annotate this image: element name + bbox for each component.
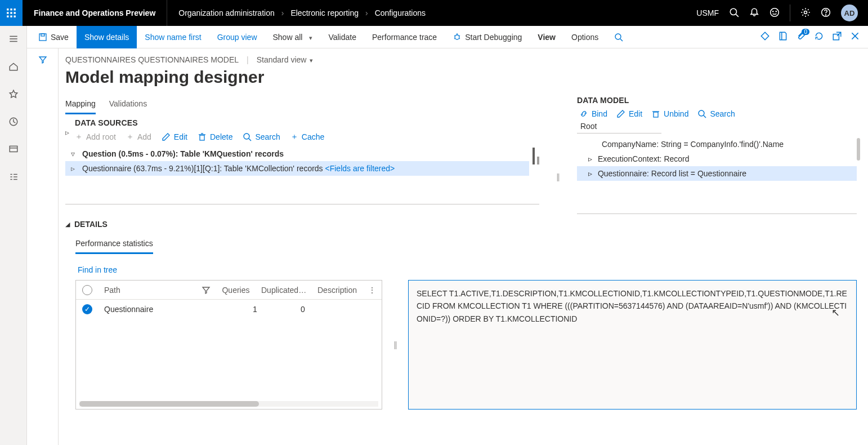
show-details-button[interactable]: Show details bbox=[77, 26, 137, 48]
tab-validations[interactable]: Validations bbox=[109, 95, 147, 114]
search-ds-button[interactable]: Search bbox=[243, 132, 280, 141]
add-button[interactable]: ＋Add bbox=[126, 132, 151, 142]
breadcrumb-configurations[interactable]: Configurations bbox=[375, 8, 426, 17]
star-icon[interactable] bbox=[8, 89, 19, 101]
smiley-icon[interactable] bbox=[769, 7, 780, 19]
col-description[interactable]: Description bbox=[312, 286, 363, 295]
filter-icon[interactable] bbox=[202, 286, 211, 295]
tree-row-question[interactable]: ▿ Question (0.5ms - 0.07%): Table 'KMQue… bbox=[65, 146, 529, 161]
tree-row-questionnaire[interactable]: ▹ Questionnaire (63.7ms - 9.21%)[1][Q:1]… bbox=[65, 161, 529, 176]
breadcrumb-org-admin[interactable]: Organization administration bbox=[178, 8, 274, 17]
avatar[interactable]: AD bbox=[841, 5, 858, 21]
edit-dm-button[interactable]: Edit bbox=[616, 109, 642, 118]
popout-icon[interactable] bbox=[832, 31, 842, 43]
action-bar: Save Show details Show name first Group … bbox=[27, 26, 868, 48]
data-source-types-expander[interactable]: ▹ bbox=[65, 128, 69, 137]
help-icon[interactable] bbox=[821, 7, 831, 19]
save-button[interactable]: Save bbox=[30, 26, 77, 48]
details-header[interactable]: ◢ DETAILS bbox=[65, 220, 857, 229]
grid-menu-icon[interactable]: ⋮ bbox=[363, 286, 382, 295]
diamond-icon[interactable] bbox=[760, 31, 770, 43]
svg-rect-8 bbox=[14, 16, 16, 17]
recent-icon[interactable] bbox=[8, 117, 19, 128]
bind-button[interactable]: Bind bbox=[579, 109, 607, 118]
svg-point-31 bbox=[455, 35, 459, 39]
dm-row-companyname[interactable]: CompanyName: String = CompanyInfo.'find(… bbox=[577, 137, 857, 152]
search-dm-button[interactable]: Search bbox=[697, 109, 735, 118]
find-in-tree-link[interactable]: Find in tree bbox=[78, 265, 117, 274]
attachments-button[interactable]: 0 bbox=[796, 31, 806, 43]
company-picker[interactable]: USMF bbox=[696, 8, 719, 17]
grid-row[interactable]: ✓ Questionnaire 1 0 bbox=[76, 300, 382, 319]
data-sources-heading: DATA SOURCES bbox=[75, 118, 539, 127]
expander-icon[interactable]: ▹ bbox=[69, 164, 77, 173]
tab-performance-statistics[interactable]: Performance statistics bbox=[75, 234, 153, 254]
horizontal-scrollbar[interactable] bbox=[79, 401, 378, 407]
splitter-handle[interactable]: ‖ bbox=[393, 280, 397, 410]
unbind-button[interactable]: Unbind bbox=[651, 109, 688, 118]
group-view-button[interactable]: Group view bbox=[209, 26, 265, 48]
edit-button[interactable]: Edit bbox=[162, 132, 187, 141]
modules-icon[interactable] bbox=[8, 172, 19, 184]
expander-icon[interactable]: ▹ bbox=[588, 169, 592, 178]
svg-point-16 bbox=[825, 14, 826, 15]
home-icon[interactable] bbox=[8, 61, 19, 73]
root-label[interactable]: Root bbox=[577, 119, 661, 134]
search-icon[interactable] bbox=[729, 7, 739, 19]
filter-pane-collapsed[interactable] bbox=[27, 48, 59, 445]
scrollbar[interactable] bbox=[857, 138, 860, 161]
dm-row-executioncontext[interactable]: ▹ ExecutionContext: Record bbox=[577, 152, 857, 166]
notifications-icon[interactable] bbox=[749, 7, 759, 19]
svg-rect-3 bbox=[7, 12, 8, 14]
cursor-icon: ↖ bbox=[831, 306, 840, 319]
svg-rect-4 bbox=[10, 12, 12, 14]
page-title: Model mapping designer bbox=[65, 68, 857, 87]
col-queries[interactable]: Queries bbox=[216, 286, 256, 295]
svg-line-10 bbox=[736, 14, 739, 17]
col-duplicated[interactable]: Duplicated… bbox=[256, 286, 312, 295]
expander-icon[interactable]: ▹ bbox=[588, 154, 592, 163]
hamburger-icon[interactable] bbox=[8, 34, 19, 46]
svg-rect-6 bbox=[7, 16, 8, 17]
breadcrumb-er[interactable]: Electronic reporting bbox=[290, 8, 359, 17]
delete-button[interactable]: Delete bbox=[198, 132, 232, 141]
workspace-icon[interactable] bbox=[8, 144, 19, 156]
chevron-down-icon bbox=[306, 55, 313, 64]
actionbar-tail: 0 bbox=[760, 31, 868, 43]
select-all-checkbox[interactable] bbox=[76, 285, 99, 295]
svg-rect-2 bbox=[14, 8, 16, 10]
refresh-icon[interactable] bbox=[814, 31, 824, 43]
performance-trace-button[interactable]: Performance trace bbox=[364, 26, 445, 48]
col-path[interactable]: Path bbox=[99, 286, 216, 295]
show-all-dropdown[interactable]: Show all bbox=[265, 26, 321, 48]
data-sources-tree: ▿ Question (0.5ms - 0.07%): Table 'KMQue… bbox=[65, 146, 539, 176]
show-name-first-button[interactable]: Show name first bbox=[137, 26, 209, 48]
expander-icon[interactable]: ▿ bbox=[69, 149, 77, 158]
splitter-handle[interactable]: ‖ bbox=[556, 172, 560, 181]
svg-rect-29 bbox=[39, 34, 46, 41]
row-selected-icon[interactable]: ✓ bbox=[82, 304, 92, 314]
start-debugging-button[interactable]: Start Debugging bbox=[445, 26, 530, 48]
close-icon[interactable] bbox=[850, 31, 860, 43]
options-menu[interactable]: Options bbox=[563, 26, 606, 48]
actionbar-search-button[interactable] bbox=[606, 26, 631, 48]
validate-button[interactable]: Validate bbox=[320, 26, 364, 48]
sql-textbox[interactable]: SELECT T1.ACTIVE,T1.DESCRIPTION,T1.KMCOL… bbox=[408, 280, 857, 410]
svg-rect-30 bbox=[41, 34, 44, 36]
svg-rect-49 bbox=[654, 112, 658, 117]
view-picker[interactable]: Standard view bbox=[257, 55, 314, 64]
dm-row-questionnaire[interactable]: ▹ Questionnaire: Record list = Questionn… bbox=[577, 166, 857, 181]
svg-line-36 bbox=[459, 38, 460, 39]
book-icon[interactable] bbox=[778, 31, 788, 43]
svg-point-51 bbox=[699, 110, 704, 116]
tab-mapping[interactable]: Mapping bbox=[65, 95, 96, 114]
view-menu[interactable]: View bbox=[530, 26, 563, 48]
model-name-label: QUESTIONNAIRES QUESTIONNAIRES MODEL bbox=[65, 55, 239, 64]
cache-button[interactable]: ＋Cache bbox=[290, 132, 324, 142]
gear-icon[interactable] bbox=[800, 7, 811, 19]
waffle-menu-button[interactable] bbox=[0, 0, 23, 26]
add-root-button[interactable]: ＋Add root bbox=[75, 132, 116, 142]
svg-rect-5 bbox=[14, 12, 16, 14]
histogram-icon bbox=[533, 146, 539, 164]
svg-rect-7 bbox=[10, 16, 12, 17]
